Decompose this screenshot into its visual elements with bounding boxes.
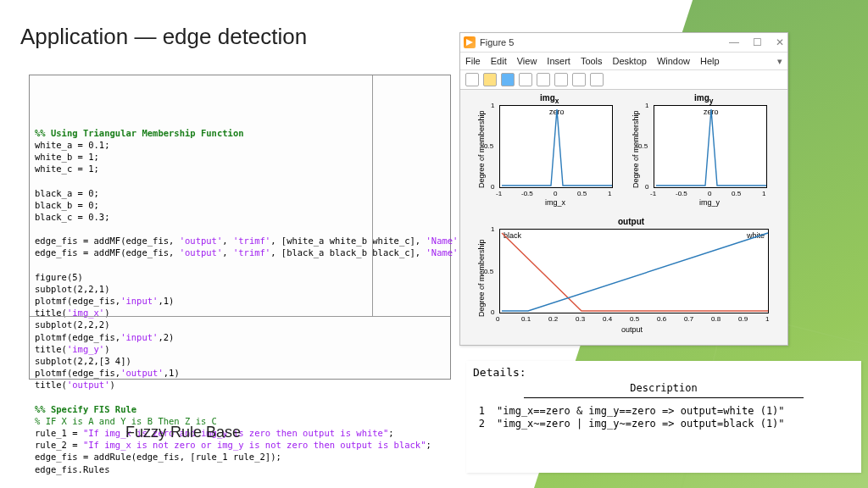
tick: 0.5 [732, 190, 741, 197]
titlebar: Figure 5 — ☐ ✕ [460, 33, 787, 53]
rule-index: 1 [473, 405, 485, 417]
rule-index: 2 [473, 418, 485, 430]
matlab-icon [464, 36, 476, 48]
tick: 0.6 [657, 315, 666, 323]
tick: 1 [491, 225, 494, 233]
minimize-button[interactable]: — [729, 36, 739, 48]
tick: 0 [554, 190, 557, 197]
axes3-title: output [618, 217, 644, 226]
code-divider-vertical [372, 75, 373, 317]
rules-details: Details: Description 1 "img_x==zero & im… [466, 361, 861, 473]
tick: 0.5 [630, 315, 639, 323]
axes1-xlabel: img_x [545, 198, 565, 207]
axes-imgy: zero [654, 105, 767, 188]
menu-file[interactable]: File [465, 56, 481, 66]
menu-edit[interactable]: Edit [491, 56, 507, 66]
details-description-header: Description [473, 382, 854, 394]
open-icon[interactable] [483, 73, 497, 86]
tick: 0.4 [603, 315, 612, 323]
menu-insert[interactable]: Insert [547, 56, 570, 66]
code-editor: %% Using Triangular Membership Function … [29, 75, 451, 380]
tick: 1 [608, 190, 611, 197]
rule-row: 2 "img_x~=zero | img_y~=zero => output=b… [473, 418, 854, 430]
tick: 0.5 [577, 190, 587, 197]
print-icon[interactable] [519, 73, 532, 86]
tick: 1 [491, 102, 494, 109]
edit-plot-icon[interactable] [537, 73, 550, 86]
tick: 1 [765, 315, 769, 323]
tick: 0.7 [684, 315, 693, 323]
menu-view[interactable]: View [517, 56, 537, 66]
section-header-2: %% Specify FIS Rule [35, 404, 136, 414]
tick: -0.5 [521, 190, 533, 197]
plot-area: imgx Degree of membership zero -1 -0.5 0… [460, 90, 787, 344]
code-divider-horizontal [30, 316, 450, 317]
tick: 0 [645, 183, 648, 191]
figure-window: Figure 5 — ☐ ✕ File Edit View Insert Too… [459, 32, 788, 346]
caption: Fuzzy Rule Base [125, 424, 241, 441]
rule-row: 1 "img_x==zero & img_y==zero => output=w… [473, 405, 854, 417]
maximize-button[interactable]: ☐ [753, 36, 762, 48]
menu-window[interactable]: Window [657, 56, 690, 66]
rule-text: "img_x~=zero | img_y~=zero => output=bla… [497, 418, 785, 430]
axes-output: black white [499, 229, 769, 313]
axes2-xlabel: img_y [699, 198, 720, 207]
menu-help[interactable]: Help [700, 56, 720, 66]
tick: 1 [645, 102, 648, 109]
menu-desktop[interactable]: Desktop [613, 56, 647, 66]
tick: 0.5 [638, 142, 648, 150]
tick: 0.5 [484, 142, 493, 150]
tick: 0 [491, 183, 494, 191]
tick: 0.1 [521, 315, 531, 323]
tick: -0.5 [676, 190, 687, 197]
tick: 1 [762, 190, 765, 197]
tick: 0.5 [484, 268, 493, 275]
insert-legend-icon[interactable] [590, 73, 604, 86]
tick: 0.2 [548, 315, 558, 323]
rotate-icon[interactable] [554, 73, 568, 86]
menu-more-icon[interactable]: ▾ [777, 56, 782, 67]
tick: 0.3 [576, 315, 585, 323]
tick: 0.8 [711, 315, 721, 323]
save-icon[interactable] [501, 73, 515, 86]
tick: 0.9 [738, 315, 748, 323]
tick: 0 [496, 315, 499, 323]
menu-tools[interactable]: Tools [581, 56, 603, 66]
tick: 0 [491, 308, 494, 316]
axes3-ylabel: Degree of membership [477, 239, 486, 317]
axes3-xlabel: output [621, 325, 643, 334]
slide-title: Application — edge detection [20, 24, 307, 50]
details-divider [524, 397, 804, 398]
rule-text: "img_x==zero & img_y==zero => output=whi… [497, 405, 785, 417]
close-button[interactable]: ✕ [776, 36, 784, 48]
window-title: Figure 5 [480, 37, 514, 47]
tick: -1 [650, 190, 656, 197]
details-header: Details: [473, 366, 854, 379]
tick: -1 [496, 190, 502, 197]
section-header-1: %% Using Triangular Membership Function [35, 128, 244, 138]
axes2-title: imgy [694, 93, 713, 105]
axes-imgx: zero [499, 105, 613, 188]
tick: 0 [708, 190, 711, 197]
new-icon[interactable] [465, 73, 479, 86]
toolbar [460, 70, 787, 90]
axes1-title: imgx [540, 93, 559, 105]
pointer-icon[interactable] [572, 73, 586, 86]
menubar: File Edit View Insert Tools Desktop Wind… [460, 53, 787, 70]
